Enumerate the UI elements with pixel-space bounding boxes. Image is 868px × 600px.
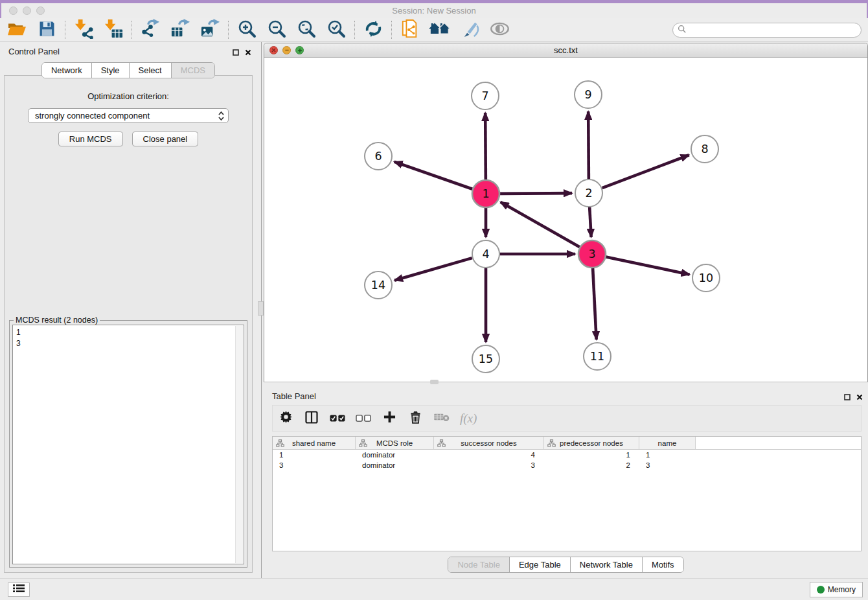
edge-2-9[interactable] bbox=[588, 111, 589, 179]
table-cell[interactable]: 3 bbox=[273, 460, 356, 470]
refresh-button[interactable] bbox=[363, 19, 383, 40]
zoom-out-icon bbox=[267, 19, 286, 41]
node-15[interactable]: 15 bbox=[472, 345, 499, 373]
hierarchy-icon bbox=[547, 439, 556, 448]
node-3[interactable]: 3 bbox=[578, 240, 606, 268]
node-4[interactable]: 4 bbox=[472, 240, 499, 268]
search-field[interactable] bbox=[672, 23, 862, 38]
network-window-titlebar[interactable]: scc.txt bbox=[264, 43, 867, 58]
table-cell[interactable]: 1 bbox=[273, 450, 356, 460]
network-title: scc.txt bbox=[264, 43, 867, 57]
node-11[interactable]: 11 bbox=[584, 343, 611, 370]
node-10[interactable]: 10 bbox=[692, 264, 720, 292]
close-network-button[interactable] bbox=[269, 46, 278, 54]
deselect-all-button[interactable] bbox=[356, 410, 371, 427]
zoom-selected-button[interactable] bbox=[326, 19, 347, 40]
task-history-button[interactable] bbox=[8, 583, 30, 597]
delete-column-button[interactable] bbox=[433, 410, 450, 427]
maximize-network-button[interactable] bbox=[295, 46, 304, 54]
select-all-button[interactable] bbox=[330, 410, 345, 427]
memory-button[interactable]: Memory bbox=[810, 582, 863, 597]
run-mcds-button[interactable]: Run MCDS bbox=[58, 132, 123, 146]
horizontal-splitter-grip[interactable] bbox=[430, 380, 439, 384]
column-header-name[interactable]: name bbox=[639, 437, 696, 449]
home-button[interactable] bbox=[429, 19, 450, 40]
zoom-fit-button[interactable] bbox=[296, 19, 317, 40]
vertical-splitter[interactable] bbox=[257, 42, 264, 578]
export-image-button[interactable] bbox=[200, 19, 220, 40]
edge-4-14[interactable] bbox=[394, 258, 472, 281]
show-columns-button[interactable] bbox=[304, 410, 319, 427]
tab-motifs[interactable]: Motifs bbox=[642, 557, 683, 572]
table-cell[interactable]: 3 bbox=[434, 460, 544, 470]
node-9[interactable]: 9 bbox=[575, 81, 602, 108]
node-7[interactable]: 7 bbox=[472, 82, 499, 110]
export-table-button[interactable] bbox=[170, 19, 190, 40]
edge-2-3[interactable] bbox=[589, 207, 591, 237]
node-14[interactable]: 14 bbox=[365, 271, 392, 299]
close-panel-button[interactable]: Close panel bbox=[132, 132, 199, 146]
node-table[interactable]: shared nameMCDS rolesuccessor nodesprede… bbox=[272, 436, 862, 551]
node-6[interactable]: 6 bbox=[365, 143, 392, 170]
function-builder-button[interactable]: f(x) bbox=[460, 410, 477, 427]
edge-1-2[interactable] bbox=[500, 193, 572, 194]
column-header-predecessor-nodes[interactable]: predecessor nodes bbox=[544, 437, 639, 449]
tab-select[interactable]: Select bbox=[129, 63, 171, 78]
table-panel-title: Table Panel bbox=[272, 391, 316, 401]
optimization-criterion-select[interactable]: strongly connected component bbox=[28, 108, 229, 123]
delete-rows-button[interactable] bbox=[407, 410, 423, 427]
tab-node-table[interactable]: Node Table bbox=[448, 557, 509, 572]
column-header-shared-name[interactable]: shared name bbox=[273, 437, 356, 449]
tab-mcds[interactable]: MCDS bbox=[171, 63, 214, 78]
table-cell[interactable]: 4 bbox=[434, 450, 544, 460]
close-panel-icon[interactable] bbox=[245, 47, 251, 58]
splitter-grip[interactable] bbox=[258, 301, 264, 316]
search-input[interactable] bbox=[687, 25, 861, 36]
close-panel-icon[interactable] bbox=[856, 391, 863, 403]
table-cell[interactable]: dominator bbox=[356, 450, 434, 460]
mcds-result-box[interactable]: 1 3 bbox=[12, 325, 244, 564]
import-network-button[interactable] bbox=[73, 19, 94, 40]
table-cell[interactable]: 1 bbox=[639, 450, 696, 460]
svg-text:8: 8 bbox=[701, 143, 708, 156]
save-session-button[interactable] bbox=[36, 19, 57, 40]
tab-style[interactable]: Style bbox=[91, 63, 129, 78]
table-options-button[interactable] bbox=[278, 410, 293, 427]
edge-1-6[interactable] bbox=[394, 162, 473, 189]
zoom-in-button[interactable] bbox=[236, 19, 257, 40]
clone-network-button[interactable] bbox=[400, 19, 420, 40]
import-table-button[interactable] bbox=[103, 19, 124, 40]
minimize-network-button[interactable] bbox=[282, 46, 291, 54]
node-8[interactable]: 8 bbox=[691, 135, 718, 163]
add-column-button[interactable] bbox=[382, 410, 397, 427]
table-row[interactable]: 3dominator323 bbox=[273, 460, 861, 470]
network-graph[interactable]: 7968124314101511 bbox=[264, 58, 867, 382]
table-cell[interactable]: 2 bbox=[544, 460, 639, 470]
zoom-out-button[interactable] bbox=[266, 19, 287, 40]
table-row[interactable]: 1dominator411 bbox=[273, 450, 861, 460]
edge-3-11[interactable] bbox=[593, 268, 597, 340]
table-cell[interactable]: 3 bbox=[639, 460, 696, 470]
eye-button[interactable] bbox=[489, 19, 510, 40]
edge-3-1[interactable] bbox=[501, 202, 580, 247]
tab-network-table[interactable]: Network Table bbox=[570, 557, 642, 572]
network-canvas[interactable]: 7968124314101511 bbox=[264, 58, 867, 382]
control-panel: Control Panel NetworkStyleSelectMCDS Opt… bbox=[0, 42, 257, 578]
edge-3-10[interactable] bbox=[606, 257, 690, 275]
node-2[interactable]: 2 bbox=[575, 179, 602, 207]
tab-network[interactable]: Network bbox=[42, 63, 91, 78]
edge-2-8[interactable] bbox=[602, 155, 689, 188]
node-1[interactable]: 1 bbox=[472, 180, 499, 207]
column-header-mcds-role[interactable]: MCDS role bbox=[356, 437, 434, 449]
float-panel-icon[interactable] bbox=[233, 47, 239, 58]
open-session-button[interactable] bbox=[6, 19, 27, 40]
style-brush-button[interactable] bbox=[459, 19, 480, 40]
export-network-button[interactable] bbox=[140, 19, 161, 40]
table-cell[interactable]: 1 bbox=[544, 450, 639, 460]
result-scrollbar[interactable] bbox=[235, 326, 243, 563]
float-panel-icon[interactable] bbox=[844, 391, 851, 403]
column-header-successor-nodes[interactable]: successor nodes bbox=[434, 437, 544, 449]
table-cell[interactable]: dominator bbox=[356, 460, 434, 470]
edge-1-7[interactable] bbox=[485, 113, 486, 179]
tab-edge-table[interactable]: Edge Table bbox=[509, 557, 570, 572]
